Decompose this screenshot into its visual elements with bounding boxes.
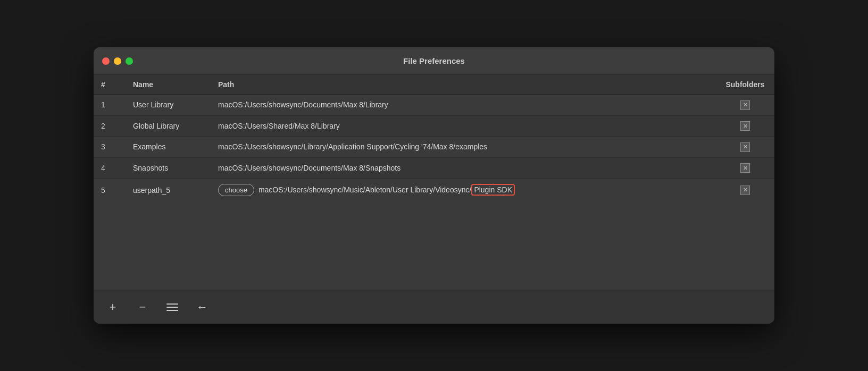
row-subfolders: ✕: [716, 137, 774, 158]
line1: [166, 303, 178, 305]
highlighted-path: Plugin SDK: [471, 184, 515, 196]
toolbar: + − ←: [94, 290, 774, 324]
row-num: 4: [94, 157, 126, 179]
back-button[interactable]: ←: [194, 299, 211, 316]
row-name: User Library: [126, 95, 211, 116]
reorder-button[interactable]: [164, 299, 181, 316]
subfolder-checkbox[interactable]: ✕: [740, 142, 750, 152]
choose-button[interactable]: choose: [218, 184, 254, 196]
row-name: Snapshots: [126, 157, 211, 179]
row-path: macOS:/Users/showsync/Documents/Max 8/Sn…: [211, 157, 716, 179]
add-button[interactable]: +: [104, 299, 121, 316]
row-num: 3: [94, 137, 126, 158]
header-num: #: [94, 75, 126, 95]
maximize-button[interactable]: [126, 57, 133, 65]
traffic-lights: [102, 57, 133, 65]
row-num: 2: [94, 115, 126, 137]
table-row: 1User LibrarymacOS:/Users/showsync/Docum…: [94, 95, 774, 116]
row-path: choosemacOS:/Users/showsync/Music/Ableto…: [211, 179, 716, 202]
row-path: macOS:/Users/showsync/Library/Applicatio…: [211, 137, 716, 158]
row-name: Examples: [126, 137, 211, 158]
subfolder-checkbox[interactable]: ✕: [740, 100, 750, 110]
row-num: 1: [94, 95, 126, 116]
row-subfolders: ✕: [716, 157, 774, 179]
subfolder-checkbox[interactable]: ✕: [740, 186, 750, 195]
remove-button[interactable]: −: [134, 299, 151, 316]
table-row: 5userpath_5choosemacOS:/Users/showsync/M…: [94, 179, 774, 202]
minimize-button[interactable]: [114, 57, 121, 65]
table-header-row: # Name Path Subfolders: [94, 75, 774, 95]
line3: [166, 310, 178, 311]
table-row: 3ExamplesmacOS:/Users/showsync/Library/A…: [94, 137, 774, 158]
row-path: macOS:/Users/showsync/Documents/Max 8/Li…: [211, 95, 716, 116]
row-num: 5: [94, 179, 126, 202]
close-button[interactable]: [102, 57, 110, 65]
file-preferences-window: File Preferences # Name Path Subfolders …: [94, 47, 774, 324]
header-name: Name: [126, 75, 211, 95]
table-row: 2Global LibrarymacOS:/Users/Shared/Max 8…: [94, 115, 774, 137]
row-name: Global Library: [126, 115, 211, 137]
titlebar: File Preferences: [94, 47, 774, 75]
subfolder-checkbox[interactable]: ✕: [740, 163, 750, 173]
header-path: Path: [211, 75, 716, 95]
row-subfolders: ✕: [716, 179, 774, 202]
line2: [166, 307, 178, 308]
table-row: 4SnapshotsmacOS:/Users/showsync/Document…: [94, 157, 774, 179]
row-path: macOS:/Users/Shared/Max 8/Library: [211, 115, 716, 137]
file-preferences-table: # Name Path Subfolders 1User LibrarymacO…: [94, 75, 774, 290]
row-subfolders: ✕: [716, 115, 774, 137]
header-subfolders: Subfolders: [716, 75, 774, 95]
row-subfolders: ✕: [716, 95, 774, 116]
window-title: File Preferences: [403, 56, 465, 65]
subfolder-checkbox[interactable]: ✕: [740, 121, 750, 131]
row-name: userpath_5: [126, 179, 211, 202]
